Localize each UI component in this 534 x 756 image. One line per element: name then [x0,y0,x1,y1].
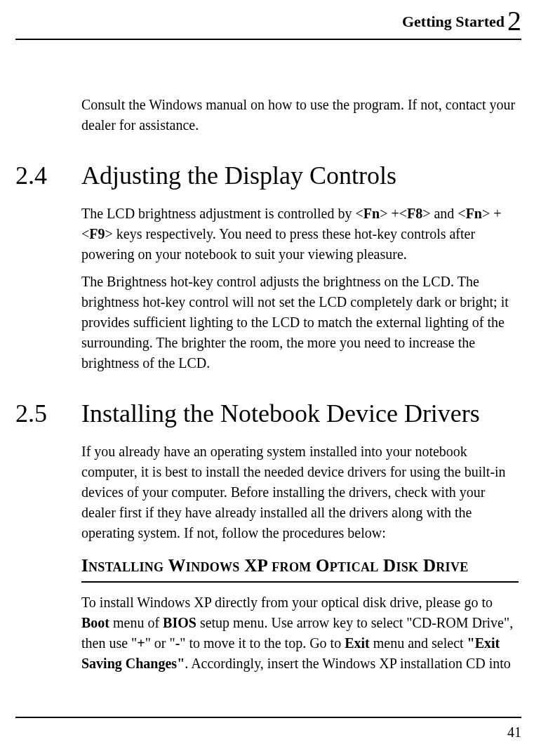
section-title: Installing the Notebook Device Drivers [81,396,480,429]
page-header: Getting Started2 [15,4,521,40]
section-number: 2.4 [15,158,81,191]
header-title: Getting Started [402,13,505,30]
section-2-4-para-1: The LCD brightness adjustment is control… [81,204,519,265]
section-title: Adjusting the Display Controls [81,158,396,191]
footer-rule [15,717,521,718]
chapter-number: 2 [507,5,521,37]
section-2-5-para-2: To install Windows XP directly from your… [81,592,519,674]
section-heading-2-4: 2.4 Adjusting the Display Controls [15,158,519,191]
section-number: 2.5 [15,396,81,429]
intro-paragraph: Consult the Windows manual on how to use… [81,95,519,135]
subheading-install-xp: Installing Windows XP from Optical Disk … [81,553,519,582]
section-2-4-para-2: The Brightness hot-key control adjusts t… [81,272,519,373]
page-number: 41 [507,724,521,741]
section-heading-2-5: 2.5 Installing the Notebook Device Drive… [15,396,519,429]
section-2-5-para-1: If you already have an operating system … [81,442,519,543]
